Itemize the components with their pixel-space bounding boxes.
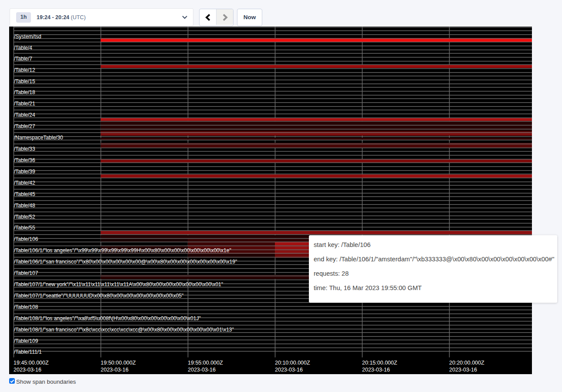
svg-text:19:50:00.000Z: 19:50:00.000Z <box>101 359 136 365</box>
svg-text:/Table/106: /Table/106 <box>14 236 38 242</box>
svg-text:/Table/12: /Table/12 <box>14 67 35 73</box>
svg-text:/Table/36: /Table/36 <box>14 157 35 163</box>
svg-text:/Table/45: /Table/45 <box>14 191 35 197</box>
svg-text:/Table/33: /Table/33 <box>14 146 35 152</box>
svg-text:/Table/24: /Table/24 <box>14 112 35 118</box>
svg-text:19:55:00.000Z: 19:55:00.000Z <box>188 359 223 365</box>
svg-text:/Table/42: /Table/42 <box>14 180 35 186</box>
svg-text:/Table/39: /Table/39 <box>14 169 35 175</box>
svg-text:2023-03-16: 2023-03-16 <box>362 366 390 372</box>
svg-text:20:20:00.000Z: 20:20:00.000Z <box>449 359 484 365</box>
svg-text:/Table/106/1/"san francisco"/": /Table/106/1/"san francisco"/"\x80\x00\x… <box>14 259 237 265</box>
svg-text:/System/tsd: /System/tsd <box>14 33 41 39</box>
svg-text:/Table/107/1/"seattle"/"UUUUUU: /Table/107/1/"seattle"/"UUUUUUD\x00\x80\… <box>14 293 183 299</box>
svg-text:/Table/111/1: /Table/111/1 <box>14 349 42 355</box>
svg-text:/Table/4: /Table/4 <box>14 44 32 51</box>
svg-text:/Table/108/1/"san francisco"/": /Table/108/1/"san francisco"/"\x8c\xcc\x… <box>14 327 234 333</box>
svg-text:2023-03-16: 2023-03-16 <box>101 366 129 372</box>
svg-text:/Table/55: /Table/55 <box>14 225 35 231</box>
svg-text:/Table/7: /Table/7 <box>14 56 32 62</box>
svg-text:/Table/48: /Table/48 <box>14 203 35 209</box>
svg-text:/Table/21: /Table/21 <box>14 100 35 106</box>
svg-text:20:15:00.000Z: 20:15:00.000Z <box>362 359 397 365</box>
svg-text:20:10:00.000Z: 20:10:00.000Z <box>275 359 310 365</box>
svg-text:/Table/108/1/"los angeles"/"\x: /Table/108/1/"los angeles"/"\xa8\xf5\u00… <box>14 315 201 321</box>
svg-text:/Table/15: /Table/15 <box>14 78 35 84</box>
svg-text:/Table/107: /Table/107 <box>14 270 38 276</box>
svg-text:2023-03-16: 2023-03-16 <box>449 366 477 372</box>
svg-text:2023-03-16: 2023-03-16 <box>188 366 216 372</box>
svg-text:/Table/107/1/"new york"/"\x11\: /Table/107/1/"new york"/"\x11\x11\x11\x1… <box>14 281 223 287</box>
svg-text:/NamespaceTable/30: /NamespaceTable/30 <box>14 135 63 141</box>
svg-text:2023-03-16: 2023-03-16 <box>14 366 41 372</box>
svg-text:2023-03-16: 2023-03-16 <box>275 366 303 372</box>
svg-text:/Table/52: /Table/52 <box>14 213 35 220</box>
svg-text:/Table/106/1/"los angeles"/"\x: /Table/106/1/"los angeles"/"\x99\x99\x99… <box>14 247 231 253</box>
svg-text:/Table/109: /Table/109 <box>14 338 38 344</box>
svg-text:/Table/108: /Table/108 <box>14 304 38 310</box>
svg-text:/Table/27: /Table/27 <box>14 123 35 129</box>
svg-text:/Table/18: /Table/18 <box>14 89 35 95</box>
svg-text:19:45:00.000Z: 19:45:00.000Z <box>14 359 49 365</box>
